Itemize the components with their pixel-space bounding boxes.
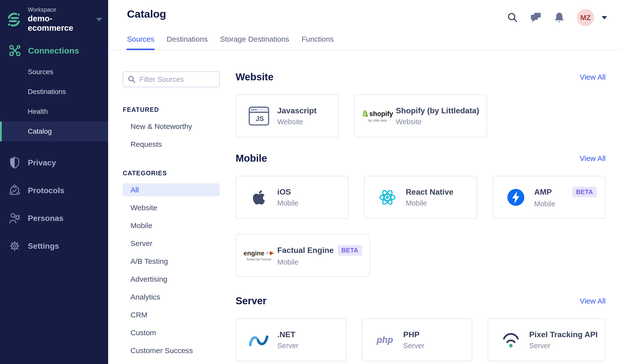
source-card-react-native[interactable]: React Native Mobile <box>364 176 477 219</box>
card-text: Pixel Tracking API Server <box>529 330 598 350</box>
category-item-analytics[interactable]: Analytics <box>123 290 220 303</box>
category-item-custom[interactable]: Custom <box>123 326 220 339</box>
header-actions: MZ <box>507 9 607 26</box>
filter-sources-input[interactable] <box>139 75 214 84</box>
featured-item-new-noteworthy[interactable]: New & Noteworthy <box>123 120 220 133</box>
category-item-advertising[interactable]: Advertising <box>123 273 220 286</box>
sidebar-item-privacy-label: Privacy <box>28 158 56 167</box>
filter-sources-box <box>123 71 220 87</box>
shopify-icon: S shopify by Little data <box>367 110 388 122</box>
avatar[interactable]: MZ <box>577 9 594 26</box>
beta-badge: BETA <box>572 187 597 197</box>
sidebar-main-nav: Privacy Protocols <box>0 149 108 260</box>
view-all-mobile-link[interactable]: View All <box>580 154 606 163</box>
card-category: Server <box>277 342 338 350</box>
sidebar-item-health[interactable]: Health <box>0 102 108 121</box>
card-category: Mobile <box>277 258 362 266</box>
page-title: Catalog <box>127 8 166 20</box>
categories-heading: CATEGORIES <box>123 170 220 177</box>
shopify-byline: by Little data <box>368 119 387 122</box>
chat-icon[interactable] <box>530 12 542 23</box>
tab-storage-destinations[interactable]: Storage Destinations <box>220 35 289 50</box>
featured-item-requests[interactable]: Requests <box>123 138 220 151</box>
section-title-server: Server <box>236 295 267 306</box>
category-item-ab-testing[interactable]: A/B Testing <box>123 255 220 268</box>
sidebar-item-connections[interactable]: Connections <box>0 44 108 58</box>
card-category: Server <box>403 342 464 350</box>
card-text: React Native Mobile <box>406 187 469 207</box>
php-wordmark: php <box>377 335 393 345</box>
view-all-server-link[interactable]: View All <box>580 297 606 305</box>
catalog-tabs: Sources Destinations Storage Destination… <box>127 35 334 50</box>
card-text: .NET Server <box>277 330 338 350</box>
sidebar-item-sources[interactable]: Sources <box>0 62 108 82</box>
javascript-browser-icon: JS <box>248 106 270 126</box>
source-card-dotnet[interactable]: .NET Server <box>236 318 346 361</box>
sidebar-item-destinations[interactable]: Destinations <box>0 82 108 102</box>
workspace-switcher[interactable]: Workspace demo-ecommerce <box>0 0 108 33</box>
section-head-server: Server View All <box>236 295 606 306</box>
factual-engine-icon: engine fueled by Factual <box>248 250 270 261</box>
dotnet-icon <box>248 332 270 348</box>
beta-badge: BETA <box>338 245 362 256</box>
category-item-website[interactable]: Website <box>123 201 220 214</box>
search-icon[interactable] <box>507 12 518 23</box>
source-card-javascript[interactable]: JS Javascript Website <box>236 94 339 137</box>
source-card-php[interactable]: php PHP Server <box>362 318 472 361</box>
apple-icon <box>248 189 270 206</box>
category-item-server[interactable]: Server <box>123 237 220 250</box>
card-category: Website <box>277 118 331 126</box>
source-card-shopify-littledata[interactable]: S shopify by Little data Shopify (by Lit… <box>354 94 487 137</box>
card-title: PHP <box>403 330 420 339</box>
source-card-factual-engine[interactable]: engine fueled by Factual Factual Engine <box>236 234 370 277</box>
shield-icon <box>9 157 21 169</box>
card-text: Factual Engine BETA Mobile <box>277 245 362 266</box>
pixel-tracking-icon <box>500 332 522 348</box>
php-icon: php <box>374 335 396 345</box>
tab-destinations[interactable]: Destinations <box>167 35 208 50</box>
svg-text:S: S <box>364 112 366 116</box>
card-text: PHP Server <box>403 330 464 350</box>
category-item-customer-success[interactable]: Customer Success <box>123 344 220 357</box>
sidebar-item-catalog[interactable]: Catalog <box>0 121 108 141</box>
category-item-crm[interactable]: CRM <box>123 308 220 321</box>
card-title: iOS <box>277 187 291 197</box>
card-category: Mobile <box>534 200 598 208</box>
shopify-wordmark: shopify <box>369 111 393 117</box>
mobile-cards-row-1: iOS Mobile React Native <box>236 176 606 219</box>
react-icon <box>376 189 398 206</box>
tab-functions[interactable]: Functions <box>302 35 334 50</box>
card-text: AMP BETA Mobile <box>534 187 598 208</box>
connections-sub-nav: Sources Destinations Health Catalog <box>0 62 108 141</box>
workspace-caret-down-icon[interactable] <box>96 18 102 22</box>
sidebar-item-protocols[interactable]: Protocols <box>0 177 108 204</box>
sidebar-item-settings[interactable]: Settings <box>0 232 108 260</box>
source-card-pixel-tracking-api[interactable]: Pixel Tracking API Server <box>488 318 606 361</box>
sidebar-item-privacy[interactable]: Privacy <box>0 149 108 177</box>
catalog-sections: Website View All JS <box>236 71 606 364</box>
avatar-caret-down-icon[interactable] <box>602 16 607 19</box>
card-title: Factual Engine <box>277 246 334 255</box>
category-item-mobile[interactable]: Mobile <box>123 219 220 232</box>
bell-icon[interactable] <box>554 12 565 23</box>
category-item-all[interactable]: All <box>123 183 220 196</box>
card-title: Javascript <box>277 106 316 115</box>
connections-icon <box>9 44 21 57</box>
website-cards-row: JS Javascript Website <box>236 94 606 137</box>
catalog-content: FEATURED New & Noteworthy Requests CATEG… <box>108 51 621 364</box>
featured-list: New & Noteworthy Requests <box>123 120 220 151</box>
view-all-website-link[interactable]: View All <box>580 73 606 81</box>
source-card-amp[interactable]: AMP BETA Mobile <box>493 176 606 219</box>
sidebar: Workspace demo-ecommerce Connections Sou… <box>0 0 108 364</box>
card-category: Mobile <box>406 199 469 207</box>
source-card-ios[interactable]: iOS Mobile <box>236 176 349 219</box>
personas-icon <box>9 212 21 224</box>
tab-sources[interactable]: Sources <box>127 35 154 50</box>
category-item-email-marketing[interactable]: Email Marketing <box>123 362 220 364</box>
amp-icon <box>505 188 527 206</box>
sidebar-item-personas[interactable]: Personas <box>0 204 108 232</box>
card-title: React Native <box>406 187 453 197</box>
card-title: Pixel Tracking API <box>529 330 598 339</box>
workspace-name: demo-ecommerce <box>28 14 96 33</box>
sidebar-item-protocols-label: Protocols <box>28 186 64 195</box>
